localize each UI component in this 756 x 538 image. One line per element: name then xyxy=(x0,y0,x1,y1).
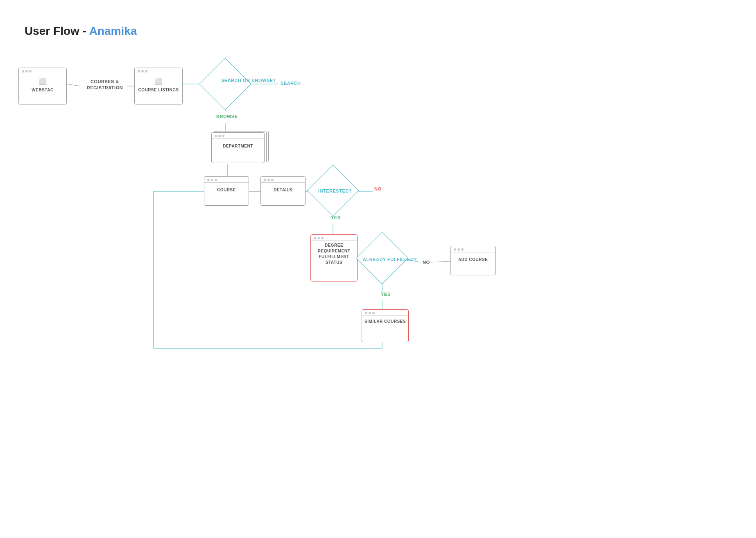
webstac-icon: ⬜ xyxy=(19,74,66,87)
course-box: COURSE xyxy=(204,176,249,206)
course-dots xyxy=(204,177,249,183)
degree-req-dots xyxy=(311,235,357,241)
add-course-box: ADD COURSE xyxy=(450,246,496,275)
course-listings-box: ⬜ COURSE LISTINGS xyxy=(134,68,183,104)
no-fulfilled-label: NO xyxy=(423,260,430,265)
svg-line-14 xyxy=(429,261,450,262)
already-fulfilled-label: ALREADY FULFILLED? xyxy=(363,257,417,262)
yes-fulfilled-label: YES xyxy=(381,292,391,297)
courses-registration-label: COURSES &REGISTRATION xyxy=(80,79,129,91)
details-label: DETAILS xyxy=(261,183,305,195)
degree-req-label: DEGREEREQUIREMENTFULFILLMENTSTATUS xyxy=(311,241,357,269)
course-listings-icon: ⬜ xyxy=(135,74,182,87)
webstac-label: WEBSTAC xyxy=(19,87,66,95)
add-course-dots xyxy=(451,246,495,252)
department-label: DEPARTMENT xyxy=(212,139,264,152)
details-box: DETAILS xyxy=(260,176,306,206)
similar-courses-dots xyxy=(362,310,408,316)
similar-courses-label: SIMILAR COURSES xyxy=(362,316,408,327)
no-label: NO xyxy=(374,186,382,191)
course-listings-dots xyxy=(135,68,182,74)
webstac-dots xyxy=(19,68,66,74)
department-box: DEPARTMENT xyxy=(211,132,265,163)
user-name: Anamika xyxy=(89,25,137,37)
course-listings-label: COURSE LISTINGS xyxy=(135,87,182,95)
search-or-browse-diamond xyxy=(199,58,251,110)
course-label: COURSE xyxy=(204,183,249,195)
details-dots xyxy=(261,177,305,183)
department-dots xyxy=(212,133,264,139)
similar-courses-box: SIMILAR COURSES xyxy=(362,309,409,342)
search-label: SEARCH xyxy=(281,81,301,86)
svg-line-0 xyxy=(67,84,80,86)
yes-label: YES xyxy=(331,215,341,220)
page-title: User Flow - Anamika xyxy=(25,25,137,38)
search-or-browse-label: SEARCH OR BROWSE? xyxy=(221,78,276,83)
interested-label: INTERESTED? xyxy=(318,188,352,193)
add-course-label: ADD COURSE xyxy=(451,252,495,265)
browse-label: BROWSE xyxy=(216,114,238,119)
webstac-box: ⬜ WEBSTAC xyxy=(18,68,67,104)
degree-req-box: DEGREEREQUIREMENTFULFILLMENTSTATUS xyxy=(310,234,358,281)
